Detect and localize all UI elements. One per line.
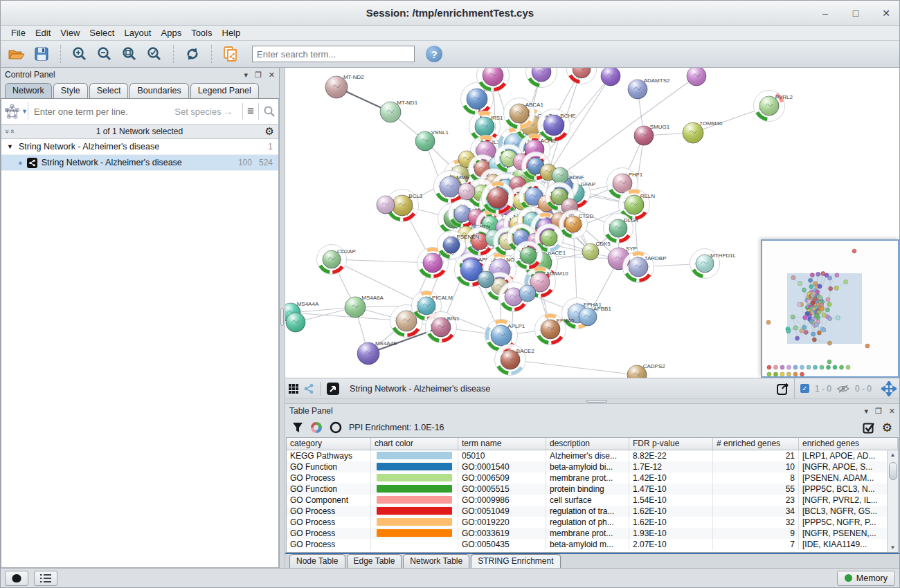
menu-edit[interactable]: Edit: [30, 26, 55, 39]
export-network-icon[interactable]: [776, 382, 790, 396]
vertical-splitter[interactable]: [280, 68, 285, 568]
tab-boundaries[interactable]: Boundaries: [129, 83, 188, 98]
chart-donut-icon[interactable]: [310, 421, 323, 434]
scroll-up-icon[interactable]: ▲: [890, 450, 896, 459]
save-session-button[interactable]: [31, 44, 52, 64]
menu-tools[interactable]: Tools: [186, 26, 217, 39]
zoom-out-button[interactable]: [94, 44, 115, 64]
network-node[interactable]: [567, 68, 597, 84]
string-query-input[interactable]: [28, 102, 174, 120]
network-node[interactable]: [478, 271, 494, 288]
splitter-grip[interactable]: [280, 308, 284, 326]
menu-help[interactable]: Help: [217, 26, 246, 39]
network-node[interactable]: BACE2: [495, 344, 535, 376]
menu-apps[interactable]: Apps: [156, 26, 187, 39]
splitter-grip[interactable]: [586, 400, 607, 403]
scrollbar-thumb[interactable]: [889, 462, 897, 480]
network-node[interactable]: [514, 241, 543, 270]
string-options-icon[interactable]: ≡: [247, 104, 254, 118]
tab-node-table[interactable]: Node Table: [289, 554, 345, 568]
network-node[interactable]: ADAMTS2: [628, 77, 670, 99]
column-header-term-name[interactable]: term name: [458, 438, 546, 450]
network-row-selected[interactable]: ● String Network - Alzheimer's disease 1…: [1, 155, 278, 171]
filter-icon[interactable]: [292, 422, 303, 433]
table-row[interactable]: GO FunctionGO:0001540beta-amyloid bi...1…: [287, 461, 898, 472]
hidden-eye-icon[interactable]: [837, 384, 849, 394]
open-session-button[interactable]: [6, 44, 27, 64]
refresh-button[interactable]: [182, 44, 203, 64]
zoom-in-button[interactable]: [69, 44, 90, 64]
table-vertical-scrollbar[interactable]: ▲ ▼: [887, 450, 898, 552]
birdseye-toggle-icon[interactable]: [326, 382, 340, 396]
network-node[interactable]: PVRL2: [754, 91, 793, 122]
network-canvas[interactable]: MT-ND2MT-ND1VSNL1GAB2IRS1IL1BTNFCHATABCA…: [285, 68, 899, 378]
pan-tool-icon[interactable]: [881, 381, 897, 396]
panel-menu-icon[interactable]: ▾: [244, 71, 248, 80]
column-header-chart-color[interactable]: chart color: [371, 438, 458, 450]
network-node[interactable]: [687, 68, 706, 86]
panel-float-icon[interactable]: ❐: [875, 407, 882, 416]
network-collection-row[interactable]: ▼ String Network - Alzheimer's disease 1: [1, 139, 278, 155]
minimize-icon[interactable]: –: [819, 8, 831, 19]
network-node[interactable]: VSNL1: [415, 129, 449, 151]
scroll-down-icon[interactable]: ▼: [890, 543, 896, 552]
memory-button[interactable]: Memory: [837, 571, 895, 586]
tab-style[interactable]: Style: [53, 83, 88, 98]
network-node[interactable]: TARDBP: [623, 252, 667, 283]
selected-nodes-check-icon[interactable]: ✓: [800, 384, 809, 393]
table-row[interactable]: GO ProcessGO:0033619membrane prot...1.93…: [287, 528, 898, 539]
network-node[interactable]: CD2AP: [317, 245, 356, 275]
grid-mode-icon[interactable]: [288, 383, 299, 394]
network-node[interactable]: MS4A6A: [345, 295, 384, 318]
network-node[interactable]: MTHFD1L: [690, 249, 737, 279]
network-node[interactable]: BIN1: [426, 312, 460, 343]
network-node[interactable]: [552, 167, 568, 184]
share-view-icon[interactable]: [303, 383, 314, 394]
birds-eye-view[interactable]: [761, 239, 899, 378]
menu-file[interactable]: File: [6, 26, 30, 39]
network-node[interactable]: TOMM40: [683, 120, 723, 143]
tab-select[interactable]: Select: [89, 83, 129, 98]
search-input[interactable]: [252, 46, 415, 62]
network-node[interactable]: MS4A4E: [357, 340, 397, 365]
set-species-hint[interactable]: Set species →: [174, 107, 233, 117]
tab-string-enrichment[interactable]: STRING Enrichment: [471, 554, 560, 568]
tab-network[interactable]: Network: [5, 83, 52, 98]
panel-float-icon[interactable]: ❐: [255, 71, 262, 80]
table-row[interactable]: KEGG Pathways05010Alzheimer's dise...8.8…: [287, 450, 898, 461]
menu-select[interactable]: Select: [84, 26, 119, 39]
select-terms-check-icon[interactable]: [863, 421, 875, 434]
menu-layout[interactable]: Layout: [119, 26, 156, 39]
table-row[interactable]: GO ProcessGO:0019220regulation of ph...1…: [287, 517, 898, 528]
table-row[interactable]: GO ComponentGO:0009986cell surface1.54E-…: [287, 495, 898, 506]
task-history-button[interactable]: [5, 571, 28, 586]
network-from-file-button[interactable]: [220, 44, 241, 64]
network-node[interactable]: DLG4: [604, 214, 639, 244]
column-header-description[interactable]: description: [546, 438, 629, 450]
table-row[interactable]: GO ProcessGO:0051049regulation of tra...…: [287, 506, 898, 517]
table-row[interactable]: GO ProcessGO:0050435beta-amyloid m...2.0…: [287, 539, 898, 550]
collapse-all-icon[interactable]: »: [8, 129, 15, 134]
network-node[interactable]: [601, 68, 620, 86]
help-icon[interactable]: ?: [426, 46, 442, 62]
ring-chart-icon[interactable]: [330, 421, 342, 434]
zoom-fit-button[interactable]: [119, 44, 140, 64]
network-node[interactable]: [377, 196, 395, 214]
network-node[interactable]: [458, 183, 475, 200]
network-options-gear-icon[interactable]: ⚙: [265, 125, 274, 138]
network-node[interactable]: CADPS2: [627, 363, 665, 378]
task-list-button[interactable]: [34, 571, 57, 586]
tab-legend-panel[interactable]: Legend Panel: [190, 83, 259, 98]
network-node[interactable]: [477, 68, 510, 92]
network-node[interactable]: [519, 285, 536, 302]
table-row[interactable]: GO FunctionGO:0005515protein binding1.47…: [287, 484, 898, 495]
network-node[interactable]: EFNA5: [535, 314, 575, 345]
zoom-selected-button[interactable]: [144, 44, 165, 64]
tab-network-table[interactable]: Network Table: [403, 554, 469, 568]
panel-close-icon[interactable]: ✕: [269, 71, 275, 80]
panel-close-icon[interactable]: ✕: [889, 407, 895, 416]
network-node[interactable]: MT-ND2: [325, 74, 364, 98]
network-node[interactable]: [526, 68, 557, 88]
table-row[interactable]: GO ProcessGO:0006509membrane prot...1.42…: [287, 472, 898, 484]
column-header-FDR-p-value[interactable]: FDR p-value: [629, 438, 713, 450]
